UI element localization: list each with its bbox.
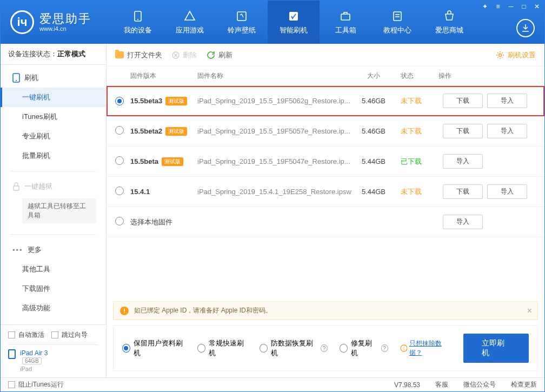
flash-now-button[interactable]: 立即刷机: [463, 334, 529, 363]
conn-value: 正常模式: [57, 50, 85, 58]
col-size: 大小: [352, 71, 395, 81]
sidebar-more-item-0[interactable]: 其他工具: [1, 260, 106, 279]
status-bar: 阻止iTunes运行 V7.98.53 客服 微信公众号 检查更新: [1, 377, 544, 391]
sidebar-flash-item-3[interactable]: 批量刷机: [1, 146, 106, 165]
topnav-1[interactable]: 应用游戏: [164, 1, 216, 44]
flash-option-0[interactable]: 保留用户资料刷机: [122, 338, 185, 358]
sidebar-group-more[interactable]: ••• 更多: [1, 240, 106, 260]
check-update-link[interactable]: 检查更新: [511, 380, 537, 389]
delete-icon: [172, 51, 180, 59]
download-button[interactable]: 下载: [443, 184, 483, 199]
firmware-list: 15.5beta3测试版 iPad_Spring_2019_15.5_19F50…: [107, 86, 544, 297]
folder-icon: [115, 51, 124, 58]
gear-icon: [496, 51, 504, 59]
sidebar: 设备连接状态：正常模式 刷机 一键刷机iTunes刷机专业刷机批量刷机 一键越狱…: [1, 44, 107, 377]
sidebar-flash-item-1[interactable]: iTunes刷机: [1, 107, 106, 127]
topnav-icon-5: [390, 9, 404, 23]
delete-button[interactable]: 删除: [172, 50, 197, 60]
support-link[interactable]: 客服: [435, 380, 448, 389]
topnav-icon-3: [287, 9, 301, 23]
brand-name: 爱思助手: [39, 12, 91, 25]
topnav-4[interactable]: 工具箱: [320, 1, 371, 44]
brand-url: www.i4.cn: [39, 25, 91, 32]
sidebar-flash-item-2[interactable]: 专业刷机: [1, 127, 106, 146]
svg-rect-5: [394, 12, 401, 21]
import-button[interactable]: 导入: [487, 94, 527, 108]
topnav-icon-4: [338, 9, 353, 23]
svg-rect-4: [341, 14, 350, 20]
firmware-row-1[interactable]: 15.5beta2测试版 iPad_Spring_2019_15.5_19F50…: [107, 116, 544, 147]
lock-icon: [12, 182, 20, 191]
topnav-icon-6: [442, 9, 456, 23]
toolbar: 打开文件夹 删除 刷新 刷机设置: [107, 44, 544, 67]
phone-icon: [12, 73, 20, 83]
firmware-row-2[interactable]: 15.5beta测试版 iPad_Spring_2019_15.5_19F504…: [107, 147, 544, 177]
download-manager-icon[interactable]: [516, 19, 535, 37]
close-icon[interactable]: ✕: [533, 3, 541, 10]
svg-rect-2: [237, 12, 246, 21]
skip-guide-checkbox[interactable]: 跳过向导: [51, 330, 88, 340]
help-icon[interactable]: ?: [381, 344, 388, 352]
sidebar-more-item-2[interactable]: 高级功能: [1, 298, 106, 318]
sidebar-flash-item-0[interactable]: 一键刷机: [1, 88, 106, 107]
erase-only-link[interactable]: 只想抹除数据？: [409, 339, 452, 357]
flash-settings-button[interactable]: 刷机设置: [496, 50, 536, 60]
flash-option-1[interactable]: 常规快速刷机: [197, 338, 248, 358]
firmware-radio[interactable]: [115, 97, 124, 105]
firmware-radio[interactable]: [115, 126, 124, 135]
flash-option-3[interactable]: 修复刷机?: [340, 338, 388, 358]
download-button[interactable]: 下载: [443, 124, 483, 138]
table-header: 固件版本 固件名称 大小 状态 操作: [107, 67, 544, 86]
local-firmware-row[interactable]: 选择本地固件 导入: [107, 207, 544, 237]
block-itunes-checkbox[interactable]: 阻止iTunes运行: [8, 380, 64, 389]
auto-activate-checkbox[interactable]: 自动激活: [8, 330, 44, 340]
option-radio[interactable]: [122, 344, 130, 353]
more-icon: •••: [12, 246, 23, 254]
app-header: iч 爱思助手 www.i4.cn 我的设备应用游戏铃声壁纸智能刷机工具箱教程中…: [1, 1, 544, 44]
beta-tag: 测试版: [165, 97, 187, 105]
list-icon[interactable]: ≡: [494, 3, 502, 10]
option-radio[interactable]: [197, 344, 205, 353]
refresh-button[interactable]: 刷新: [207, 50, 232, 60]
topnav-icon-0: [131, 9, 145, 23]
notice-close-button[interactable]: ×: [527, 306, 532, 316]
col-status: 状态: [395, 71, 438, 81]
sidebar-more-item-1[interactable]: 下载固件: [1, 279, 106, 298]
maximize-icon[interactable]: □: [520, 3, 528, 10]
download-button[interactable]: 下载: [443, 94, 483, 108]
option-radio[interactable]: [340, 344, 348, 353]
wechat-link[interactable]: 微信公众号: [463, 380, 496, 389]
topnav-6[interactable]: 爱思商城: [423, 1, 475, 44]
help-icon[interactable]: ?: [321, 344, 328, 352]
col-version: 固件版本: [127, 71, 197, 81]
firmware-radio[interactable]: [115, 156, 124, 165]
import-button[interactable]: 导入: [443, 215, 483, 229]
topnav-3[interactable]: 智能刷机: [268, 1, 320, 44]
option-radio[interactable]: [260, 344, 268, 353]
col-name: 固件名称: [197, 71, 352, 81]
menu-icon[interactable]: ✦: [481, 3, 489, 10]
import-button[interactable]: 导入: [487, 124, 527, 138]
open-folder-button[interactable]: 打开文件夹: [115, 50, 162, 60]
topnav-2[interactable]: 铃声壁纸: [216, 1, 268, 44]
import-button[interactable]: 导入: [487, 184, 527, 199]
topnav-0[interactable]: 我的设备: [112, 1, 164, 44]
sidebar-group-flash[interactable]: 刷机: [1, 68, 106, 88]
flash-option-2[interactable]: 防数据恢复刷机?: [260, 338, 328, 358]
minimize-icon[interactable]: ─: [507, 3, 515, 10]
device-name[interactable]: iPad Air 3: [20, 349, 48, 357]
firmware-row-3[interactable]: 15.4.1 iPad_Spring_2019_15.4.1_19E258_Re…: [107, 177, 544, 207]
logo-icon: iч: [10, 10, 34, 34]
import-button[interactable]: 导入: [443, 154, 483, 169]
firmware-radio[interactable]: [115, 187, 124, 195]
device-icon: [8, 349, 16, 359]
jailbreak-moved-notice: 越狱工具已转移至工具箱: [22, 198, 96, 223]
main-panel: 打开文件夹 删除 刷新 刷机设置 固件版本 固件名称 大小 状态 操作: [107, 44, 544, 377]
firmware-row-0[interactable]: 15.5beta3测试版 iPad_Spring_2019_15.5_19F50…: [107, 86, 544, 116]
brand-logo: iч 爱思助手 www.i4.cn: [1, 10, 101, 34]
svg-rect-8: [14, 186, 19, 190]
svg-text:!: !: [403, 346, 404, 351]
device-storage: 64GB: [22, 357, 42, 364]
firmware-radio[interactable]: [115, 217, 124, 225]
topnav-5[interactable]: 教程中心: [371, 1, 423, 44]
